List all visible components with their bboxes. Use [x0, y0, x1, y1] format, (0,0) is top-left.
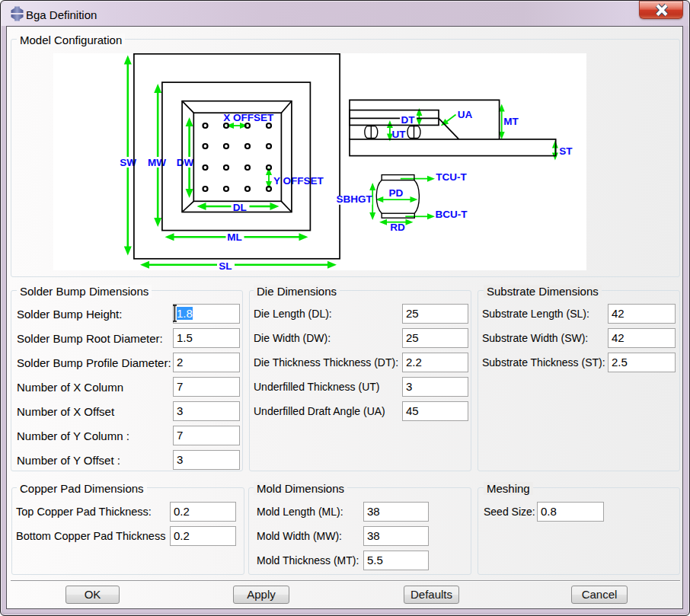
svg-text:ST: ST: [559, 145, 573, 157]
svg-text:DL: DL: [233, 202, 247, 213]
svg-text:UA: UA: [458, 109, 473, 120]
svg-text:UT: UT: [392, 129, 407, 140]
svg-text:MW: MW: [148, 157, 166, 168]
svg-text:PD: PD: [389, 187, 404, 199]
svg-text:ML: ML: [227, 231, 242, 243]
svg-text:MT: MT: [503, 116, 519, 127]
svg-text:TCU-T: TCU-T: [436, 171, 467, 183]
svg-text:DW: DW: [177, 157, 194, 168]
svg-text:RD: RD: [390, 222, 405, 233]
svg-text:SBHGT: SBHGT: [336, 193, 372, 205]
svg-text:DT: DT: [401, 114, 416, 126]
svg-text:BCU-T: BCU-T: [436, 209, 468, 220]
svg-text:X OFFSET: X OFFSET: [223, 112, 274, 123]
svg-text:SL: SL: [219, 260, 232, 270]
